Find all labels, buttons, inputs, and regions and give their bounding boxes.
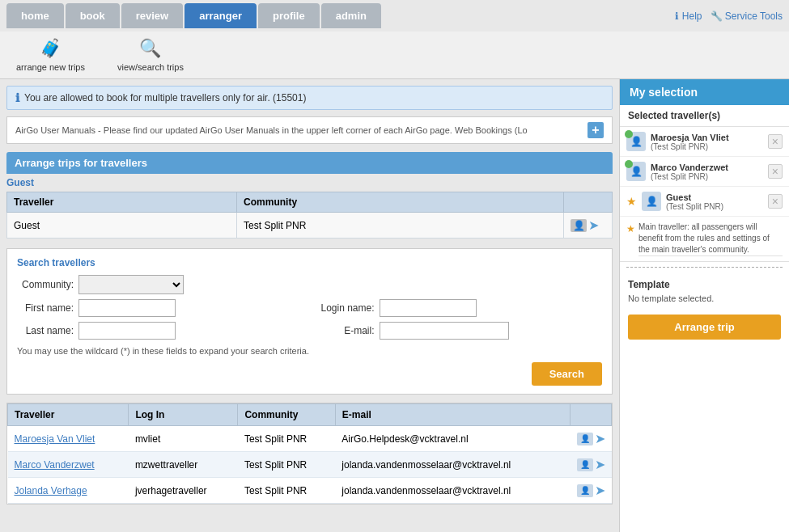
- selected-traveller-0: 👤 Maroesja Van Vliet (Test Split PNR) ×: [620, 127, 789, 157]
- main-traveller-note: Main traveller: all passengers will bene…: [638, 222, 783, 256]
- arrange-trip-button[interactable]: Arrange trip: [628, 315, 781, 340]
- help-icon: ℹ: [675, 11, 679, 22]
- first-name-input[interactable]: [78, 299, 176, 317]
- traveller-info-0: Maroesja Van Vliet (Test Split PNR): [651, 133, 763, 151]
- result-traveller-link-2[interactable]: Jolanda Verhage: [15, 485, 87, 496]
- table-row: Marco Vanderzwet mzwettraveller Test Spl…: [8, 452, 612, 478]
- guest-traveller-cell: Guest: [7, 213, 237, 239]
- add-user-icon-2[interactable]: 👤: [577, 484, 593, 497]
- traveller-info-1: Marco Vanderzwet (Test Split PNR): [651, 163, 763, 181]
- result-community-0: Test Split PNR: [238, 426, 335, 452]
- traveller-person-icon-2: 👤: [646, 196, 658, 207]
- result-traveller-link-1[interactable]: Marco Vanderzwet: [15, 459, 95, 471]
- note-star-icon: ★: [626, 223, 635, 234]
- table-row: Maroesja Van Vliet mvliet Test Split PNR…: [8, 426, 612, 452]
- tab-review[interactable]: review: [121, 3, 183, 28]
- tab-book[interactable]: book: [66, 3, 120, 28]
- top-nav: home book review arranger profile admin …: [0, 0, 789, 32]
- search-button[interactable]: Search: [532, 362, 602, 386]
- info-bar: ℹ You are allowed to book for multiple t…: [6, 86, 613, 110]
- result-community-2: Test Split PNR: [238, 478, 335, 504]
- main-traveller-star-icon: ★: [626, 195, 637, 208]
- guest-action-icons: 👤 ➤: [571, 217, 605, 233]
- add-user-icon-1[interactable]: 👤: [577, 458, 593, 471]
- traveller-info-2: Guest (Test Split PNR): [666, 192, 763, 211]
- result-community-header: Community: [238, 404, 335, 426]
- nav-tabs: home book review arranger profile admin: [6, 3, 381, 28]
- wrench-icon: 🔧: [711, 11, 723, 22]
- selected-traveller-1: 👤 Marco Vanderzwet (Test Split PNR) ×: [620, 157, 789, 187]
- result-community-1: Test Split PNR: [238, 452, 335, 478]
- result-actions-0: 👤 ➤: [571, 426, 612, 452]
- traveller-sub-2: (Test Split PNR): [666, 202, 763, 211]
- traveller-avatar-1: 👤: [626, 162, 646, 181]
- login-name-input[interactable]: [380, 299, 477, 317]
- main-traveller-note-container: ★ Main traveller: all passengers will be…: [620, 217, 789, 262]
- traveller-person-icon-1: 👤: [630, 166, 643, 177]
- top-right-actions: ℹ Help 🔧 Service Tools: [675, 11, 783, 22]
- community-col-header: Community: [237, 192, 564, 213]
- announce-bar: AirGo User Manuals - Please find our upd…: [6, 116, 613, 144]
- tab-home[interactable]: home: [6, 3, 64, 28]
- selected-traveller-2: ★ 👤 Guest (Test Split PNR) ×: [620, 187, 789, 217]
- sub-nav-view-trips[interactable]: 🔍 view/search trips: [117, 38, 184, 72]
- remove-traveller-button-1[interactable]: ×: [768, 164, 783, 179]
- remove-traveller-button-2[interactable]: ×: [768, 194, 783, 209]
- first-name-row: First name:: [17, 299, 302, 317]
- service-tools-link[interactable]: 🔧 Service Tools: [711, 11, 783, 22]
- result-login-1: mzwettraveller: [129, 452, 238, 478]
- result-traveller-header: Traveller: [8, 404, 129, 426]
- result-email-0: AirGo.Helpdesk@vcktravel.nl: [335, 426, 570, 452]
- select-arrow-icon[interactable]: ➤: [588, 217, 599, 233]
- user-card-icon[interactable]: 👤: [571, 219, 587, 232]
- guest-section: Guest Traveller Community Guest Test Spl…: [6, 174, 613, 239]
- search-title: Search travellers: [17, 257, 602, 268]
- select-traveller-icon-1[interactable]: ➤: [595, 457, 605, 472]
- traveller-avatar-0: 👤: [626, 132, 646, 151]
- guest-row: Guest Test Split PNR 👤 ➤: [7, 213, 613, 239]
- tab-arranger[interactable]: arranger: [185, 3, 257, 28]
- last-name-input[interactable]: [78, 322, 176, 340]
- guest-label: Guest: [6, 174, 613, 192]
- selected-travellers-label: Selected traveller(s): [620, 105, 789, 127]
- help-link[interactable]: ℹ Help: [675, 11, 702, 22]
- traveller-col-header: Traveller: [7, 192, 237, 213]
- info-icon: ℹ: [15, 91, 19, 104]
- email-label: E-mail:: [318, 325, 375, 336]
- guest-actions-cell: 👤 ➤: [564, 213, 613, 239]
- remove-traveller-button-0[interactable]: ×: [768, 134, 783, 149]
- traveller-name-0: Maroesja Van Vliet: [651, 133, 763, 142]
- first-name-label: First name:: [17, 302, 74, 314]
- community-select[interactable]: [78, 275, 184, 294]
- template-section: Template No template selected. Arrange t…: [620, 272, 789, 346]
- expand-announce-button[interactable]: +: [588, 122, 604, 138]
- traveller-name-2: Guest: [666, 192, 763, 202]
- guest-community-cell: Test Split PNR: [237, 213, 564, 239]
- select-traveller-icon-0[interactable]: ➤: [595, 431, 605, 446]
- online-indicator-0: [625, 130, 633, 138]
- arrange-trips-header: Arrange trips for travellers: [6, 152, 613, 174]
- right-panel: My selection Selected traveller(s) 👤 Mar…: [619, 79, 789, 532]
- community-label: Community:: [17, 279, 74, 290]
- template-label: Template: [628, 279, 781, 290]
- online-indicator-1: [625, 160, 633, 168]
- add-user-icon-0[interactable]: 👤: [577, 433, 593, 445]
- last-name-label: Last name:: [17, 325, 74, 336]
- result-actions-2: 👤 ➤: [571, 478, 612, 504]
- last-name-row: Last name:: [17, 322, 302, 340]
- sub-nav-arrange-trips[interactable]: 🧳 arrange new trips: [16, 38, 85, 72]
- guest-table: Traveller Community Guest Test Split PNR…: [6, 192, 613, 239]
- actions-col-header: [564, 192, 613, 213]
- tab-profile[interactable]: profile: [258, 3, 320, 28]
- table-row: Jolanda Verhage jverhagetraveller Test S…: [8, 478, 612, 504]
- left-panel: ℹ You are allowed to book for multiple t…: [0, 79, 619, 532]
- traveller-sub-0: (Test Split PNR): [651, 142, 763, 151]
- select-traveller-icon-2[interactable]: ➤: [595, 483, 605, 498]
- result-login-0: mvliet: [129, 426, 238, 452]
- community-row: Community:: [17, 275, 602, 294]
- traveller-name-1: Marco Vanderzwet: [651, 163, 763, 172]
- divider: [626, 267, 783, 268]
- email-input[interactable]: [380, 322, 509, 340]
- tab-admin[interactable]: admin: [321, 3, 381, 28]
- result-traveller-link-0[interactable]: Maroesja Van Vliet: [15, 433, 95, 445]
